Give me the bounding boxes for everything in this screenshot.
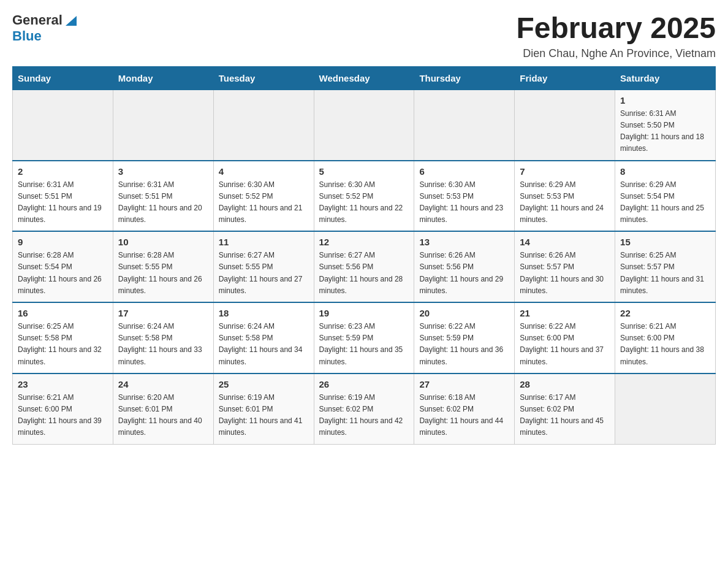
calendar-day-cell: 24Sunrise: 6:20 AMSunset: 6:01 PMDayligh… bbox=[113, 373, 213, 444]
day-info: Sunrise: 6:17 AMSunset: 6:02 PMDaylight:… bbox=[520, 392, 610, 439]
day-number: 16 bbox=[18, 308, 108, 318]
day-info: Sunrise: 6:21 AMSunset: 6:00 PMDaylight:… bbox=[620, 321, 710, 368]
day-info: Sunrise: 6:23 AMSunset: 5:59 PMDaylight:… bbox=[319, 321, 409, 368]
day-number: 11 bbox=[219, 237, 309, 247]
day-info: Sunrise: 6:18 AMSunset: 6:02 PMDaylight:… bbox=[419, 392, 509, 439]
day-number: 7 bbox=[520, 166, 610, 177]
weekday-header: Wednesday bbox=[314, 66, 414, 90]
day-number: 9 bbox=[18, 237, 108, 247]
day-number: 27 bbox=[419, 379, 509, 389]
day-number: 14 bbox=[520, 237, 610, 247]
day-number: 5 bbox=[319, 166, 409, 177]
day-info: Sunrise: 6:25 AMSunset: 5:57 PMDaylight:… bbox=[620, 250, 710, 297]
day-number: 12 bbox=[319, 237, 409, 247]
calendar-day-cell: 7Sunrise: 6:29 AMSunset: 5:53 PMDaylight… bbox=[515, 161, 615, 232]
day-info: Sunrise: 6:28 AMSunset: 5:55 PMDaylight:… bbox=[118, 250, 208, 297]
calendar-day-cell: 19Sunrise: 6:23 AMSunset: 5:59 PMDayligh… bbox=[314, 302, 414, 373]
calendar-day-cell: 13Sunrise: 6:26 AMSunset: 5:56 PMDayligh… bbox=[414, 231, 515, 302]
calendar-day-cell: 11Sunrise: 6:27 AMSunset: 5:55 PMDayligh… bbox=[213, 231, 314, 302]
title-area: February 2025 Dien Chau, Nghe An Provinc… bbox=[516, 12, 716, 60]
calendar-table: SundayMondayTuesdayWednesdayThursdayFrid… bbox=[12, 66, 716, 445]
weekday-header: Sunday bbox=[13, 66, 113, 90]
day-info: Sunrise: 6:22 AMSunset: 5:59 PMDaylight:… bbox=[419, 321, 509, 368]
day-info: Sunrise: 6:29 AMSunset: 5:54 PMDaylight:… bbox=[620, 179, 710, 226]
calendar-day-cell: 12Sunrise: 6:27 AMSunset: 5:56 PMDayligh… bbox=[314, 231, 414, 302]
calendar-day-cell: 9Sunrise: 6:28 AMSunset: 5:54 PMDaylight… bbox=[13, 231, 113, 302]
day-info: Sunrise: 6:24 AMSunset: 5:58 PMDaylight:… bbox=[219, 321, 309, 368]
subtitle: Dien Chau, Nghe An Province, Vietnam bbox=[516, 47, 716, 60]
weekday-header: Saturday bbox=[615, 66, 716, 90]
calendar-week-row: 2Sunrise: 6:31 AMSunset: 5:51 PMDaylight… bbox=[13, 161, 716, 232]
weekday-header: Friday bbox=[515, 66, 615, 90]
day-number: 28 bbox=[520, 379, 610, 389]
day-info: Sunrise: 6:27 AMSunset: 5:55 PMDaylight:… bbox=[219, 250, 309, 297]
calendar-day-cell: 25Sunrise: 6:19 AMSunset: 6:01 PMDayligh… bbox=[213, 373, 314, 444]
svg-marker-0 bbox=[66, 16, 77, 26]
day-number: 6 bbox=[419, 166, 509, 177]
calendar-day-cell: 10Sunrise: 6:28 AMSunset: 5:55 PMDayligh… bbox=[113, 231, 213, 302]
day-number: 20 bbox=[419, 308, 509, 318]
day-info: Sunrise: 6:22 AMSunset: 6:00 PMDaylight:… bbox=[520, 321, 610, 368]
day-info: Sunrise: 6:30 AMSunset: 5:53 PMDaylight:… bbox=[419, 179, 509, 226]
calendar-day-cell: 17Sunrise: 6:24 AMSunset: 5:58 PMDayligh… bbox=[113, 302, 213, 373]
day-info: Sunrise: 6:31 AMSunset: 5:51 PMDaylight:… bbox=[18, 179, 108, 226]
calendar-day-cell: 21Sunrise: 6:22 AMSunset: 6:00 PMDayligh… bbox=[515, 302, 615, 373]
day-info: Sunrise: 6:19 AMSunset: 6:02 PMDaylight:… bbox=[319, 392, 409, 439]
calendar-day-cell bbox=[615, 373, 716, 444]
logo: General Blue bbox=[12, 12, 78, 44]
calendar-day-cell: 3Sunrise: 6:31 AMSunset: 5:51 PMDaylight… bbox=[113, 161, 213, 232]
day-info: Sunrise: 6:31 AMSunset: 5:51 PMDaylight:… bbox=[118, 179, 208, 226]
day-number: 21 bbox=[520, 308, 610, 318]
calendar-day-cell: 5Sunrise: 6:30 AMSunset: 5:52 PMDaylight… bbox=[314, 161, 414, 232]
day-info: Sunrise: 6:29 AMSunset: 5:53 PMDaylight:… bbox=[520, 179, 610, 226]
day-info: Sunrise: 6:28 AMSunset: 5:54 PMDaylight:… bbox=[18, 250, 108, 297]
calendar-day-cell: 20Sunrise: 6:22 AMSunset: 5:59 PMDayligh… bbox=[414, 302, 515, 373]
day-number: 15 bbox=[620, 237, 710, 247]
calendar-day-cell: 28Sunrise: 6:17 AMSunset: 6:02 PMDayligh… bbox=[515, 373, 615, 444]
day-info: Sunrise: 6:26 AMSunset: 5:56 PMDaylight:… bbox=[419, 250, 509, 297]
day-number: 10 bbox=[118, 237, 208, 247]
day-info: Sunrise: 6:24 AMSunset: 5:58 PMDaylight:… bbox=[118, 321, 208, 368]
day-number: 19 bbox=[319, 308, 409, 318]
day-number: 13 bbox=[419, 237, 509, 247]
calendar-week-row: 16Sunrise: 6:25 AMSunset: 5:58 PMDayligh… bbox=[13, 302, 716, 373]
day-info: Sunrise: 6:27 AMSunset: 5:56 PMDaylight:… bbox=[319, 250, 409, 297]
day-info: Sunrise: 6:31 AMSunset: 5:50 PMDaylight:… bbox=[620, 108, 710, 155]
day-info: Sunrise: 6:30 AMSunset: 5:52 PMDaylight:… bbox=[219, 179, 309, 226]
calendar-day-cell: 4Sunrise: 6:30 AMSunset: 5:52 PMDaylight… bbox=[213, 161, 314, 232]
day-number: 17 bbox=[118, 308, 208, 318]
calendar-day-cell bbox=[213, 90, 314, 160]
calendar-day-cell: 8Sunrise: 6:29 AMSunset: 5:54 PMDaylight… bbox=[615, 161, 716, 232]
weekday-header: Tuesday bbox=[213, 66, 314, 90]
calendar-day-cell bbox=[515, 90, 615, 160]
day-number: 2 bbox=[18, 166, 108, 177]
day-number: 25 bbox=[219, 379, 309, 389]
day-number: 1 bbox=[620, 95, 710, 105]
calendar-day-cell: 2Sunrise: 6:31 AMSunset: 5:51 PMDaylight… bbox=[13, 161, 113, 232]
calendar-day-cell: 18Sunrise: 6:24 AMSunset: 5:58 PMDayligh… bbox=[213, 302, 314, 373]
calendar-day-cell: 16Sunrise: 6:25 AMSunset: 5:58 PMDayligh… bbox=[13, 302, 113, 373]
calendar-day-cell: 26Sunrise: 6:19 AMSunset: 6:02 PMDayligh… bbox=[314, 373, 414, 444]
calendar-header-row: SundayMondayTuesdayWednesdayThursdayFrid… bbox=[13, 66, 716, 90]
day-number: 22 bbox=[620, 308, 710, 318]
calendar-week-row: 9Sunrise: 6:28 AMSunset: 5:54 PMDaylight… bbox=[13, 231, 716, 302]
calendar-day-cell: 22Sunrise: 6:21 AMSunset: 6:00 PMDayligh… bbox=[615, 302, 716, 373]
day-info: Sunrise: 6:30 AMSunset: 5:52 PMDaylight:… bbox=[319, 179, 409, 226]
calendar-day-cell bbox=[113, 90, 213, 160]
weekday-header: Monday bbox=[113, 66, 213, 90]
day-info: Sunrise: 6:21 AMSunset: 6:00 PMDaylight:… bbox=[18, 392, 108, 439]
day-number: 26 bbox=[319, 379, 409, 389]
day-info: Sunrise: 6:20 AMSunset: 6:01 PMDaylight:… bbox=[118, 392, 208, 439]
calendar-day-cell: 6Sunrise: 6:30 AMSunset: 5:53 PMDaylight… bbox=[414, 161, 515, 232]
day-number: 4 bbox=[219, 166, 309, 177]
calendar-day-cell bbox=[414, 90, 515, 160]
day-number: 3 bbox=[118, 166, 208, 177]
calendar-day-cell bbox=[13, 90, 113, 160]
day-number: 23 bbox=[18, 379, 108, 389]
calendar-day-cell: 14Sunrise: 6:26 AMSunset: 5:57 PMDayligh… bbox=[515, 231, 615, 302]
calendar-day-cell: 15Sunrise: 6:25 AMSunset: 5:57 PMDayligh… bbox=[615, 231, 716, 302]
calendar-day-cell: 27Sunrise: 6:18 AMSunset: 6:02 PMDayligh… bbox=[414, 373, 515, 444]
calendar-week-row: 23Sunrise: 6:21 AMSunset: 6:00 PMDayligh… bbox=[13, 373, 716, 444]
day-info: Sunrise: 6:25 AMSunset: 5:58 PMDaylight:… bbox=[18, 321, 108, 368]
calendar-day-cell: 23Sunrise: 6:21 AMSunset: 6:00 PMDayligh… bbox=[13, 373, 113, 444]
